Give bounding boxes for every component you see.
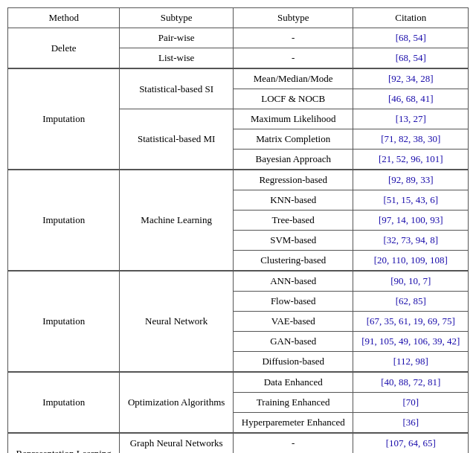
subtype2-cell: - — [233, 433, 353, 453]
citation-cell: [90, 10, 7] — [353, 271, 469, 292]
subtype2-cell: Clustering-based — [233, 251, 353, 272]
subtype2-cell: Training Enhanced — [233, 393, 353, 413]
subtype2-cell: ANN-based — [233, 271, 353, 292]
col-subtype2: Subtype — [233, 8, 353, 28]
table-row: DeletePair-wise-[68, 54] — [8, 28, 469, 48]
subtype2-cell: Flow-based — [233, 292, 353, 312]
method-cell: Representation Learning — [8, 433, 120, 453]
citation-cell: [92, 34, 28] — [353, 68, 469, 89]
subtype2-cell: Diffusion-based — [233, 352, 353, 373]
col-citation: Citation — [353, 8, 469, 28]
citation-cell: [97, 14, 100, 93] — [353, 211, 469, 231]
table-row: ImputationStatistical-based SIMean/Media… — [8, 68, 469, 89]
citation-cell: [51, 15, 43, 6] — [353, 190, 469, 211]
subtype2-cell: Bayesian Approach — [233, 150, 353, 170]
table-row: Representation LearningGraph Neural Netw… — [8, 433, 469, 453]
citation-cell: [21, 52, 96, 101] — [353, 150, 469, 170]
table-row: ImputationNeural NetworkANN-based[90, 10… — [8, 271, 469, 292]
citation-cell: [92, 89, 33] — [353, 170, 469, 190]
citation-cell: [46, 68, 41] — [353, 89, 469, 109]
method-cell: Delete — [8, 28, 120, 69]
col-subtype1: Subtype — [120, 8, 234, 28]
subtype2-cell: Mean/Median/Mode — [233, 68, 353, 89]
subtype2-cell: Data Enhanced — [233, 372, 353, 393]
subtype1-cell: Pair-wise — [120, 28, 234, 48]
citation-cell: [68, 54] — [353, 48, 469, 69]
subtype1-cell: Neural Network — [120, 271, 234, 372]
header-row: Method Subtype Subtype Citation — [8, 8, 469, 28]
subtype1-cell: Machine Learning — [120, 170, 234, 271]
col-method: Method — [8, 8, 120, 28]
method-cell: Imputation — [8, 170, 120, 271]
citation-cell: [91, 105, 49, 106, 39, 42] — [353, 332, 469, 352]
subtype1-cell: List-wise — [120, 48, 234, 69]
citation-cell: [36] — [353, 413, 469, 434]
citation-cell: [70] — [353, 393, 469, 413]
subtype2-cell: VAE-based — [233, 312, 353, 332]
subtype1-cell: Statistical-based MI — [120, 109, 234, 170]
subtype2-cell: Tree-based — [233, 211, 353, 231]
subtype2-cell: - — [233, 28, 353, 48]
citation-cell: [32, 73, 94, 8] — [353, 231, 469, 251]
subtype1-cell: Graph Neural Networks — [120, 433, 234, 453]
method-cell: Imputation — [8, 68, 120, 170]
subtype2-cell: - — [233, 48, 353, 69]
method-cell: Imputation — [8, 372, 120, 433]
method-cell: Imputation — [8, 271, 120, 372]
subtype2-cell: Regression-based — [233, 170, 353, 190]
citation-cell: [67, 35, 61, 19, 69, 75] — [353, 312, 469, 332]
subtype2-cell: SVM-based — [233, 231, 353, 251]
subtype1-cell: Statistical-based SI — [120, 68, 234, 109]
table-row: ImputationMachine LearningRegression-bas… — [8, 170, 469, 190]
citation-cell: [62, 85] — [353, 292, 469, 312]
citation-cell: [20, 110, 109, 108] — [353, 251, 469, 272]
subtype1-cell: Optimization Algorithms — [120, 372, 234, 433]
citation-cell: [40, 88, 72, 81] — [353, 372, 469, 393]
citation-cell: [71, 82, 38, 30] — [353, 129, 469, 150]
subtype2-cell: LOCF & NOCB — [233, 89, 353, 109]
subtype2-cell: Matrix Completion — [233, 129, 353, 150]
citation-cell: [107, 64, 65] — [353, 433, 469, 453]
citation-cell: [112, 98] — [353, 352, 469, 373]
subtype2-cell: Hyperparemeter Enhanced — [233, 413, 353, 434]
main-table: Method Subtype Subtype Citation DeletePa… — [7, 7, 469, 453]
citation-cell: [68, 54] — [353, 28, 469, 48]
table-row: ImputationOptimization AlgorithmsData En… — [8, 372, 469, 393]
subtype2-cell: Maximum Likelihood — [233, 109, 353, 129]
citation-cell: [13, 27] — [353, 109, 469, 129]
subtype2-cell: KNN-based — [233, 190, 353, 211]
subtype2-cell: GAN-based — [233, 332, 353, 352]
